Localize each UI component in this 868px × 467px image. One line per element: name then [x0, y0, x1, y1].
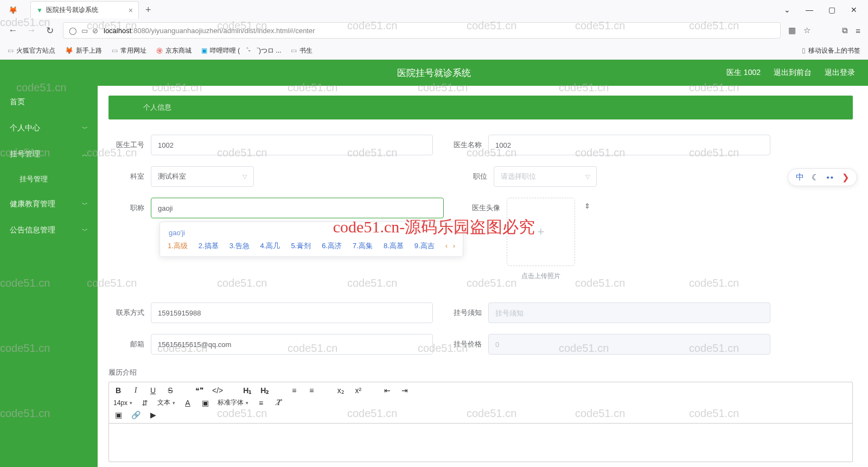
bookmark-item[interactable]: 🦊新手上路	[65, 46, 102, 55]
back-button[interactable]: ←	[8, 25, 18, 36]
bookmarks-bar: ▭火狐官方站点 🦊新手上路 ▭常用网址 ㊝京东商城 ▣哔哩哔哩 ( ゜- ゜)つ…	[0, 41, 868, 60]
menu-icon[interactable]: ≡	[856, 26, 860, 35]
lock-open-icon: ⊘	[92, 27, 98, 35]
new-tab-button[interactable]: +	[145, 4, 151, 16]
bookmark-item[interactable]: ㊝京东商城	[156, 46, 192, 55]
close-window-icon[interactable]: ✕	[851, 5, 857, 14]
address-bar: ← → ↻ ◯ ▭ ⊘ localhost:8080/yiyuanguanhao…	[0, 20, 868, 41]
extensions-icon[interactable]: ⧉	[842, 26, 848, 35]
reader-mode-icon[interactable]: ▦	[788, 26, 796, 35]
forward-button[interactable]: →	[26, 25, 37, 36]
bookmark-item[interactable]: ▣哔哩哔哩 ( ゜- ゜)つロ ...	[201, 46, 281, 55]
bookmark-item[interactable]: ▭火狐官方站点	[8, 46, 55, 55]
browser-chrome: 🦊 ▼ 医院挂号就诊系统 × + ⌄ — ▢ ✕ ← → ↻ ◯ ▭ ⊘ loc…	[0, 0, 868, 60]
tab-bar: 🦊 ▼ 医院挂号就诊系统 × + ⌄ — ▢ ✕	[0, 0, 868, 20]
bookmark-item[interactable]: ▭书生	[291, 46, 312, 55]
firefox-logo-icon: 🦊	[5, 2, 21, 17]
vue-icon: ▼	[36, 7, 43, 14]
bookmark-item[interactable]: ▭常用网址	[112, 46, 146, 55]
mobile-bookmarks[interactable]: ▯移动设备上的书签	[802, 46, 860, 55]
url-text: localhost:8080/yiyuanguanhaojiuzhen/admi…	[104, 27, 315, 35]
window-controls: ⌄ — ▢ ✕	[784, 5, 868, 14]
maximize-icon[interactable]: ▢	[828, 5, 835, 14]
close-tab-icon[interactable]: ×	[129, 6, 133, 15]
chevron-down-icon[interactable]: ⌄	[784, 5, 790, 14]
permission-icon: ▭	[81, 27, 88, 35]
shield-icon: ◯	[69, 27, 77, 35]
tab-title: 医院挂号就诊系统	[46, 5, 98, 15]
minimize-icon[interactable]: —	[806, 5, 813, 14]
reload-button[interactable]: ↻	[44, 25, 55, 36]
bookmark-star-icon[interactable]: ☆	[803, 26, 810, 35]
url-input[interactable]: ◯ ▭ ⊘ localhost:8080/yiyuanguanhaojiuzhe…	[63, 22, 781, 39]
browser-tab[interactable]: ▼ 医院挂号就诊系统 ×	[30, 1, 139, 18]
